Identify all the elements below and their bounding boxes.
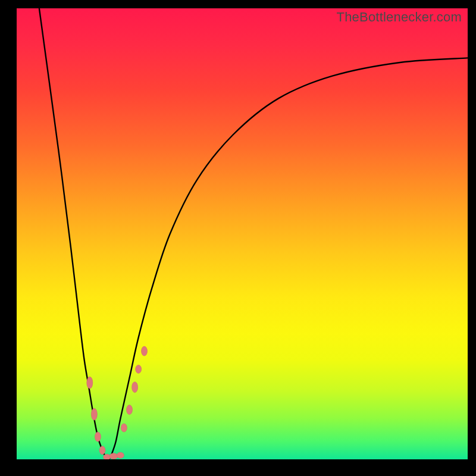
data-marker [99, 446, 105, 455]
data-marker [87, 377, 93, 389]
data-marker [109, 453, 118, 459]
data-marker [127, 405, 133, 415]
data-marker [142, 346, 148, 356]
plot-area: TheBottlenecker.com [17, 8, 468, 459]
curve-right-curve [109, 58, 468, 459]
data-marker [95, 432, 101, 441]
data-marker [136, 365, 142, 373]
data-marker [91, 408, 97, 420]
data-marker [121, 424, 127, 432]
chart-frame: TheBottlenecker.com [0, 0, 476, 476]
data-marker [132, 382, 138, 393]
curves-svg [17, 8, 468, 459]
curve-left-curve [39, 8, 109, 459]
data-marker [117, 452, 124, 458]
